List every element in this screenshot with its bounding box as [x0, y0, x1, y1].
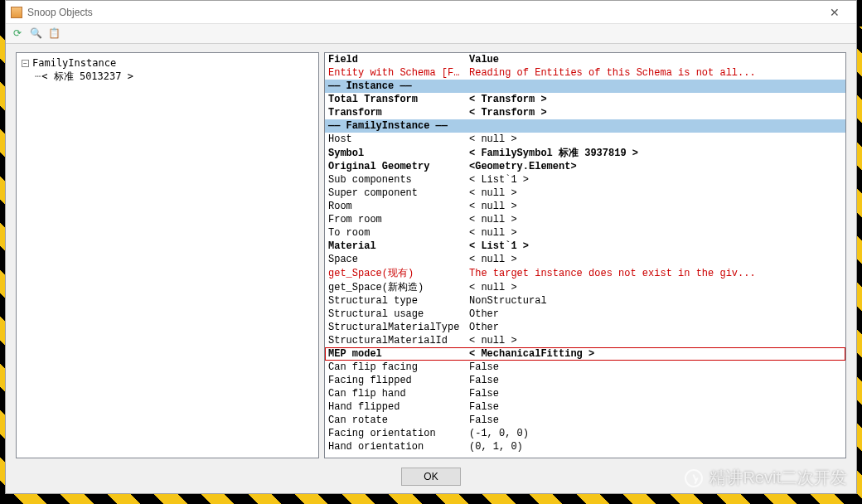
cell-value: < Transform >: [466, 106, 845, 119]
table-row[interactable]: Structural typeNonStructural: [325, 294, 845, 308]
cell-value: NonStructural: [466, 294, 845, 308]
cell-field: get_Space(现有): [325, 266, 466, 280]
cell-value: < null >: [466, 133, 845, 146]
titlebar: Snoop Objects ✕: [6, 1, 856, 24]
table-row[interactable]: Sub components< List`1 >: [325, 173, 845, 187]
cell-value: < Transform >: [466, 93, 845, 106]
ok-button[interactable]: OK: [401, 468, 461, 486]
cell-field: Total Transform: [325, 93, 466, 106]
tree-branch-icon: ⋯: [35, 70, 40, 82]
table-row[interactable]: Structural usageOther: [325, 308, 845, 321]
table-row[interactable]: Facing orientation(-1, 0, 0): [325, 427, 845, 440]
cell-field: Facing orientation: [325, 427, 466, 440]
cell-value: < null >: [466, 226, 845, 240]
table-row[interactable]: —— Instance ——: [325, 80, 845, 93]
tree-root-label: FamilyInstance: [32, 57, 116, 69]
collapse-icon[interactable]: −: [22, 60, 29, 67]
window: Snoop Objects ✕ ⟳ 🔍 📋 − FamilyInstance ⋯…: [5, 0, 857, 494]
grid-scroll[interactable]: Field Value Entity with Schema [FamilyBr…: [325, 53, 845, 458]
table-row[interactable]: Total Transform< Transform >: [325, 93, 845, 106]
grid-table: Field Value Entity with Schema [FamilyBr…: [325, 53, 845, 453]
body-area: − FamilyInstance ⋯ < 标准 5013237 > Field …: [6, 44, 856, 463]
cell-value: < List`1 >: [466, 240, 845, 253]
cell-field: Can flip facing: [325, 361, 466, 374]
search-icon[interactable]: 🔍: [29, 27, 42, 41]
table-row[interactable]: Hand orientation(0, 1, 0): [325, 440, 845, 453]
cell-value: < null >: [466, 334, 845, 347]
tree-child-row[interactable]: ⋯ < 标准 5013237 >: [18, 70, 317, 83]
table-row[interactable]: Space< null >: [325, 253, 845, 266]
cell-value: <Geometry.Element>: [466, 160, 845, 173]
cell-value: < null >: [466, 253, 845, 266]
table-row[interactable]: StructuralMaterialTypeOther: [325, 321, 845, 334]
table-row[interactable]: get_Space(现有)The target instance does no…: [325, 266, 845, 280]
cell-field: Structural usage: [325, 308, 466, 321]
table-row[interactable]: Super component< null >: [325, 187, 845, 200]
cell-value: [466, 119, 845, 133]
table-row[interactable]: get_Space(新构造)< null >: [325, 280, 845, 294]
cell-value: < MechanicalFitting >: [466, 347, 845, 361]
toolbar: ⟳ 🔍 📋: [6, 24, 856, 44]
cell-value: False: [466, 361, 845, 374]
cell-field: Space: [325, 253, 466, 266]
table-row[interactable]: Can flip handFalse: [325, 387, 845, 400]
cell-field: Symbol: [325, 146, 466, 160]
cell-field: Structural type: [325, 294, 466, 308]
table-row[interactable]: Transform< Transform >: [325, 106, 845, 119]
table-row[interactable]: —— FamilyInstance ——: [325, 119, 845, 133]
cell-field: Transform: [325, 106, 466, 119]
tree-panel[interactable]: − FamilyInstance ⋯ < 标准 5013237 >: [16, 52, 319, 458]
cell-value: Reading of Entities of this Schema is no…: [466, 66, 845, 80]
cell-field: MEP model: [325, 347, 466, 361]
cell-field: Hand orientation: [325, 440, 466, 453]
cell-value: Other: [466, 308, 845, 321]
grid-header-row: Field Value: [325, 53, 845, 66]
cell-field: Original Geometry: [325, 160, 466, 173]
table-row[interactable]: Facing flippedFalse: [325, 374, 845, 387]
cell-value: False: [466, 414, 845, 427]
close-button[interactable]: ✕: [818, 6, 851, 19]
cell-value: False: [466, 387, 845, 400]
cell-field: From room: [325, 213, 466, 226]
cell-field: Super component: [325, 187, 466, 200]
cell-field: Facing flipped: [325, 374, 466, 387]
table-row[interactable]: Entity with Schema [FamilyBro...Reading …: [325, 66, 845, 80]
cell-value: < List`1 >: [466, 173, 845, 187]
tree-child-label: < 标准 5013237 >: [41, 70, 133, 84]
table-row[interactable]: StructuralMaterialId< null >: [325, 334, 845, 347]
cell-field: Entity with Schema [FamilyBro...: [325, 66, 466, 80]
cell-field: Host: [325, 133, 466, 146]
header-field[interactable]: Field: [325, 53, 466, 66]
table-row[interactable]: From room< null >: [325, 213, 845, 226]
table-row[interactable]: Can rotateFalse: [325, 414, 845, 427]
table-row[interactable]: Symbol< FamilySymbol 标准 3937819 >: [325, 146, 845, 160]
cell-field: StructuralMaterialType: [325, 321, 466, 334]
footer: OK: [6, 463, 856, 493]
app-icon: [11, 7, 22, 18]
table-row[interactable]: Host< null >: [325, 133, 845, 146]
cell-field: Can rotate: [325, 414, 466, 427]
cell-field: Room: [325, 200, 466, 213]
refresh-icon[interactable]: ⟳: [11, 27, 24, 41]
cell-value: < null >: [466, 200, 845, 213]
cell-value: [466, 80, 845, 93]
cell-field: —— Instance ——: [325, 80, 466, 93]
table-row[interactable]: Original Geometry<Geometry.Element>: [325, 160, 845, 173]
cell-field: Hand flipped: [325, 400, 466, 414]
cell-field: Sub components: [325, 173, 466, 187]
cell-field: Material: [325, 240, 466, 253]
table-row[interactable]: To room< null >: [325, 226, 845, 240]
cell-value: Other: [466, 321, 845, 334]
cell-field: Can flip hand: [325, 387, 466, 400]
copy-icon[interactable]: 📋: [47, 27, 61, 41]
tree-root-row[interactable]: − FamilyInstance: [18, 56, 317, 70]
table-row[interactable]: Material< List`1 >: [325, 240, 845, 253]
table-row[interactable]: Hand flippedFalse: [325, 400, 845, 414]
table-row[interactable]: MEP model< MechanicalFitting >: [325, 347, 845, 361]
cell-field: get_Space(新构造): [325, 280, 466, 294]
table-row[interactable]: Room< null >: [325, 200, 845, 213]
cell-value: < FamilySymbol 标准 3937819 >: [466, 146, 845, 160]
window-title: Snoop Objects: [27, 7, 818, 18]
header-value[interactable]: Value: [466, 53, 845, 66]
table-row[interactable]: Can flip facingFalse: [325, 361, 845, 374]
